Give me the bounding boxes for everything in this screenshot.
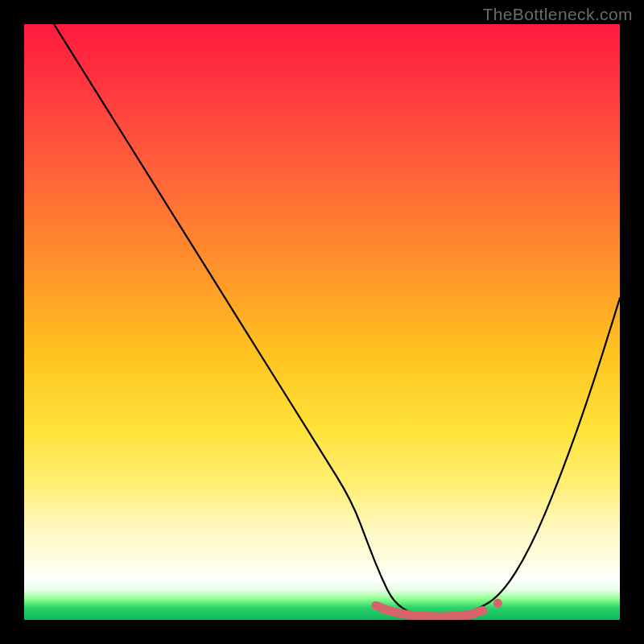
recommended-range-line <box>376 605 483 617</box>
watermark-text: TheBottleneck.com <box>482 5 633 24</box>
bottleneck-curve <box>54 24 620 617</box>
recommended-range-end-dot <box>493 599 502 608</box>
chart-svg <box>24 24 620 620</box>
chart-frame: TheBottleneck.com <box>0 0 644 644</box>
chart-plot-area <box>24 24 620 620</box>
